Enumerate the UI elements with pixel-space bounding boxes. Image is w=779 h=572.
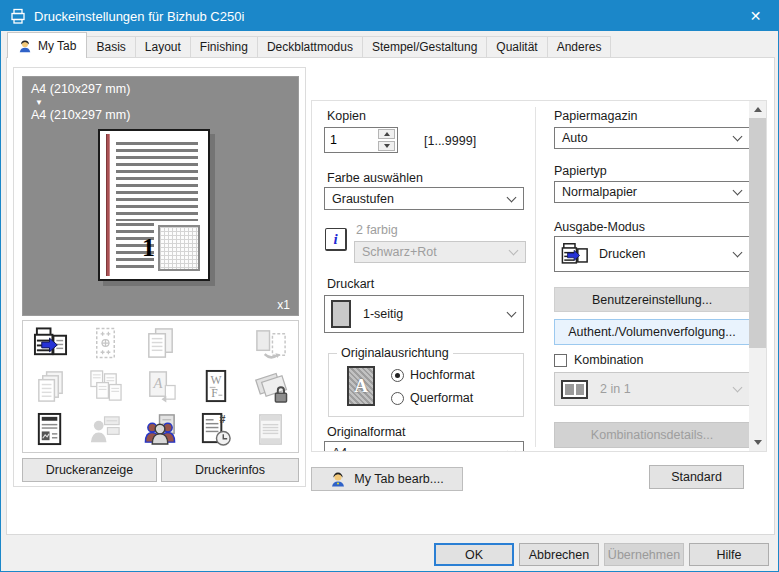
print-type-dropdown[interactable]: 1-seitig [324,295,524,333]
original-format-value: A4 [332,446,347,453]
window-title: Druckeinstellungen für Bizhub C250i [34,9,244,24]
tab-label: Basis [96,40,125,54]
orientation-group: Originalausrichtung A Hochformat Querfor… [328,353,524,417]
paper-tray-dropdown[interactable]: Auto [554,127,750,149]
tab-anderes[interactable]: Anderes [548,36,612,58]
quick-setting-icons: A W F [22,320,299,453]
print-type-label: Druckart [327,277,374,291]
two-color-dropdown: Schwarz+Rot [354,241,526,263]
preview-page: 1 [98,129,210,281]
color-dropdown[interactable]: Graustufen [324,187,524,210]
rotate-output-page-icon[interactable] [243,322,298,365]
two-in-one-icon [561,380,588,399]
combination-checkbox-row[interactable]: Kombination [554,353,644,367]
ok-button[interactable]: OK [434,543,514,566]
tab-label: Deckblattmodus [267,40,353,54]
tab-layout[interactable]: Layout [136,36,191,58]
user-authentication-people-icon[interactable] [133,408,188,451]
paper-type-dropdown[interactable]: Normalpapier [554,181,750,203]
arrow-down-icon: ▼ [31,97,130,108]
tab-label: Stempel/Gestaltung [372,40,477,54]
person-icon [18,39,32,53]
banner-page-icon[interactable] [243,408,298,451]
tab-stempel-gestaltung[interactable]: Stempel/Gestaltung [363,36,487,58]
scrollbar-thumb[interactable] [749,118,766,348]
combination-dropdown: 2 in 1 [554,372,750,406]
authentication-button[interactable]: Authent./Volumenverfolgung... [554,319,750,345]
report-document-icon[interactable] [23,408,78,451]
portrait-radio[interactable] [391,369,404,382]
tab-label: Qualität [496,40,537,54]
tab-finishing[interactable]: Finishing [191,36,258,58]
output-mode-value: Drucken [599,247,646,261]
printer-info-button[interactable]: Druckerinfos [161,458,299,482]
portrait-label: Hochformat [410,368,475,382]
preview-panel: A4 (210x297 mm) ▼ A4 (210x297 mm) 1 x1 [13,67,306,487]
printer-output-small-icon [561,242,589,267]
paper-type-value: Normalpapier [562,185,637,199]
printer-view-button[interactable]: Druckeranzeige [22,458,157,482]
copies-stepper [378,129,395,151]
empty-cell [188,322,243,365]
orientation-a-page-icon: A [347,366,375,406]
printer-icon [10,8,26,24]
printer-output-icon[interactable] [23,322,78,365]
titlebar: Druckeinstellungen für Bizhub C250i ✕ [1,1,778,31]
user-settings-button[interactable]: Benutzereinstellung... [554,287,750,312]
image-placeholder-grid [158,225,200,271]
svg-text:F: F [211,387,218,400]
single-page-icon [331,300,351,328]
combination-checkbox[interactable] [554,354,567,367]
page-number-clock-icon[interactable]: # [188,408,243,451]
output-mode-dropdown[interactable]: Drucken [554,236,750,272]
proof-print-person-icon[interactable] [78,408,133,451]
cancel-button[interactable]: Abbrechen [519,543,599,566]
color-value: Graustufen [332,192,394,206]
print-preview: A4 (210x297 mm) ▼ A4 (210x297 mm) 1 x1 [22,76,299,316]
two-color-value: Schwarz+Rot [362,245,437,259]
my-tab-edit-label: My Tab bearb.... [354,472,443,486]
close-button[interactable]: ✕ [733,1,778,31]
copy-pages-icon[interactable] [133,322,188,365]
tab-strip: My Tab Basis Layout Finishing Deckblattm… [7,32,611,58]
combination-pages-icon[interactable] [78,365,133,408]
spin-down-button[interactable] [378,141,395,151]
registration-marks-page-icon[interactable] [78,322,133,365]
info-icon: i [325,228,347,251]
my-tab-edit-button[interactable]: My Tab bearb.... [311,467,463,491]
paper-tray-value: Auto [562,131,588,145]
tab-qualitaet[interactable]: Qualität [487,36,547,58]
original-format-dropdown[interactable]: A4 [324,441,524,452]
output-mode-label: Ausgabe-Modus [554,220,645,234]
settings-scroll-area: Kopien [1...9999] Farbe auswählen Graust… [311,100,767,452]
page-number: 1 [142,233,155,263]
tab-label: Layout [145,40,181,54]
combination-label: Kombination [574,353,644,367]
tab-label: Anderes [557,40,602,54]
tab-label: Finishing [200,40,248,54]
scroll-up-arrow[interactable] [749,101,766,118]
portrait-radio-row[interactable]: Hochformat [391,368,475,382]
font-substitute-page-icon[interactable]: A [133,365,188,408]
standard-button[interactable]: Standard [649,465,744,489]
zoom-factor: x1 [277,298,290,312]
watermark-page-icon[interactable]: W F [188,365,243,408]
combination-details-button: Kombinationsdetails... [554,422,750,448]
landscape-radio[interactable] [391,392,404,405]
svg-text:#: # [219,413,225,425]
copies-range: [1...9999] [424,134,476,148]
person-icon [330,471,346,487]
spin-up-button[interactable] [378,129,395,139]
column-divider [535,107,536,447]
vertical-scrollbar[interactable] [749,101,766,451]
paper-stack-icon[interactable] [23,365,78,408]
scroll-down-arrow[interactable] [749,434,766,451]
landscape-label: Querformat [410,391,473,405]
original-format-label: Originalformat [327,425,406,439]
secure-print-lock-icon[interactable] [243,365,298,408]
help-button[interactable]: Hilfe [689,543,769,566]
tab-basis[interactable]: Basis [87,36,135,58]
tab-my-tab[interactable]: My Tab [7,32,87,58]
landscape-radio-row[interactable]: Querformat [391,391,473,405]
tab-deckblattmodus[interactable]: Deckblattmodus [258,36,363,58]
